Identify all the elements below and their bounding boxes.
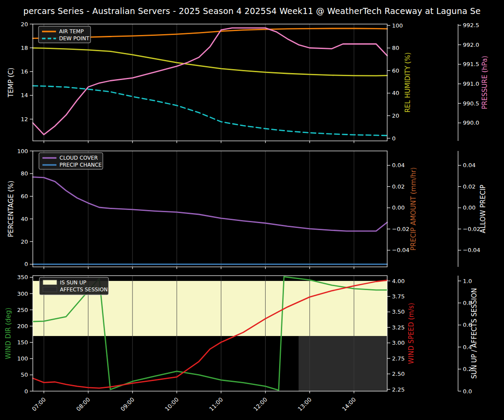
cloud-cover-line bbox=[33, 177, 387, 231]
humidity-tick-label: 60 bbox=[392, 67, 399, 74]
pct-tick-label: 60 bbox=[21, 193, 28, 200]
windspeed-tick-label: 3.00 bbox=[392, 340, 405, 346]
winddir-tick-label: 0 bbox=[24, 388, 28, 395]
legend-label: PRECIP CHANCE bbox=[60, 162, 102, 168]
legend-swatch-patch bbox=[43, 287, 57, 292]
cloud-precip-panel: 020406080100PERCENTAGE (%)0.040.020.00−0… bbox=[7, 148, 487, 270]
pct-tick-label: 40 bbox=[21, 216, 28, 222]
x-tick-label: 09:00 bbox=[119, 396, 136, 413]
pct-tick-label: 80 bbox=[21, 170, 28, 177]
pressure-tick-label: 992.5 bbox=[463, 22, 479, 28]
winddir-tick-label: 250 bbox=[17, 307, 28, 313]
windspeed-tick-label: 2.50 bbox=[392, 371, 405, 377]
pressure-tick-label: 990.5 bbox=[463, 100, 479, 107]
x-tick-label: 10:00 bbox=[164, 396, 180, 413]
windspeed-tick-label: 3.50 bbox=[392, 308, 405, 315]
windspeed-tick-label: 3.75 bbox=[392, 293, 405, 300]
winddir-tick-label: 100 bbox=[17, 355, 28, 362]
pressure-line bbox=[33, 28, 387, 135]
pct-tick-label: 0 bbox=[24, 261, 28, 267]
x-tick-label: 14:00 bbox=[341, 396, 357, 413]
precipamt-tick-label: 0.00 bbox=[392, 204, 405, 211]
wind-sun-legend: IS SUN UPAFFECTS SESSION bbox=[39, 277, 108, 295]
humidity-tick-label: 20 bbox=[392, 112, 399, 119]
winddir-tick-label: 50 bbox=[21, 371, 28, 378]
x-tick-label: 11:00 bbox=[208, 396, 224, 413]
legend-label: DEW POINT bbox=[59, 35, 90, 42]
pct-axis-label: PERCENTAGE (%) bbox=[7, 181, 15, 237]
precipamt-tick-label: 0.02 bbox=[392, 183, 405, 190]
legend-label: IS SUN UP bbox=[60, 280, 86, 286]
pressure-tick-label: 992.0 bbox=[463, 42, 479, 48]
sun-tick-label: 0.0 bbox=[463, 388, 472, 395]
windspeed-tick-label: 3.25 bbox=[392, 324, 405, 331]
temperature-humidity-pressure-legend: AIR TEMPDEW POINT bbox=[38, 26, 91, 43]
pressure-axis-label: PRESSURE (hPa) bbox=[481, 56, 489, 109]
legend-label: CLOUD COVER bbox=[60, 155, 98, 161]
winddir-tick-label: 300 bbox=[17, 290, 28, 297]
sun-axis-label: SUN UP / AFFECTS SESSION bbox=[470, 288, 478, 379]
x-tick-label: 12:00 bbox=[252, 396, 269, 413]
sun-tick-label: 1.0 bbox=[463, 278, 472, 284]
temp-axis-label: TEMP (C) bbox=[7, 68, 15, 98]
weather-forecast-figure: percars Series - Australian Servers - 20… bbox=[0, 0, 504, 420]
precipamt-tick-label: 0.04 bbox=[392, 162, 405, 168]
allowprecip-tick-label: 0.02 bbox=[463, 183, 476, 190]
allowprecip-tick-label: 0.00 bbox=[463, 204, 476, 211]
humidity-axis-label: REL HUMIDITY (%) bbox=[404, 52, 412, 113]
humidity-tick-label: 80 bbox=[392, 45, 399, 51]
temperature-humidity-pressure-panel: 1214161820TEMP (C)020406080100REL HUMIDI… bbox=[7, 21, 489, 144]
cloud-precip-legend: CLOUD COVERPRECIP CHANCE bbox=[39, 153, 103, 169]
winddir-axis-label: WIND DIR (deg) bbox=[4, 308, 12, 359]
forecast-chart: 1214161820TEMP (C)020406080100REL HUMIDI… bbox=[0, 0, 504, 420]
winddir-tick-label: 150 bbox=[17, 339, 28, 346]
x-tick-label: 13:00 bbox=[297, 396, 313, 413]
windspeed-axis-label: WIND SPEED (m/s) bbox=[407, 303, 415, 364]
windspeed-tick-label: 2.75 bbox=[392, 355, 405, 362]
allowprecip-tick-label: 0.04 bbox=[463, 162, 476, 168]
rel-humidity-line bbox=[33, 48, 387, 76]
pct-tick-label: 20 bbox=[21, 238, 28, 245]
pressure-tick-label: 990.0 bbox=[463, 119, 479, 126]
legend-label: AFFECTS SESSION bbox=[60, 287, 108, 293]
allowprecip-axis-label: ALLOW PRECIP bbox=[479, 185, 487, 233]
pressure-tick-label: 991.0 bbox=[463, 80, 479, 87]
humidity-tick-label: 40 bbox=[392, 90, 399, 96]
affects-session-band bbox=[299, 336, 388, 391]
precipamt-axis-label: PRECIP AMOUNT (mm/hr) bbox=[410, 167, 417, 250]
legend-swatch-patch bbox=[43, 280, 57, 285]
humidity-tick-label: 100 bbox=[392, 22, 403, 29]
temp-tick-label: 12 bbox=[21, 116, 28, 122]
winddir-tick-label: 350 bbox=[17, 274, 28, 280]
allowprecip-tick-label: −0.04 bbox=[463, 247, 480, 253]
windspeed-tick-label: 2.25 bbox=[392, 386, 405, 393]
windspeed-tick-label: 4.00 bbox=[392, 278, 405, 284]
legend-label: AIR TEMP bbox=[59, 28, 84, 35]
humidity-tick-label: 0 bbox=[392, 135, 396, 142]
precipamt-tick-label: −0.02 bbox=[392, 226, 410, 232]
allowprecip-tick-label: −0.02 bbox=[463, 226, 480, 232]
x-tick-label: 08:00 bbox=[75, 396, 91, 413]
temp-tick-label: 18 bbox=[21, 45, 28, 51]
temp-tick-label: 20 bbox=[21, 21, 28, 28]
temp-tick-label: 14 bbox=[21, 92, 28, 98]
pressure-tick-label: 991.5 bbox=[463, 61, 479, 67]
dew-point-line bbox=[33, 86, 387, 136]
x-tick-label: 07:00 bbox=[31, 396, 47, 413]
winddir-tick-label: 200 bbox=[17, 323, 28, 329]
precipamt-tick-label: −0.04 bbox=[392, 247, 410, 253]
wind-sun-panel: 050100150200250300350WIND DIR (deg)2.252… bbox=[4, 274, 478, 394]
pct-tick-label: 100 bbox=[17, 148, 28, 154]
temp-tick-label: 16 bbox=[21, 68, 28, 75]
